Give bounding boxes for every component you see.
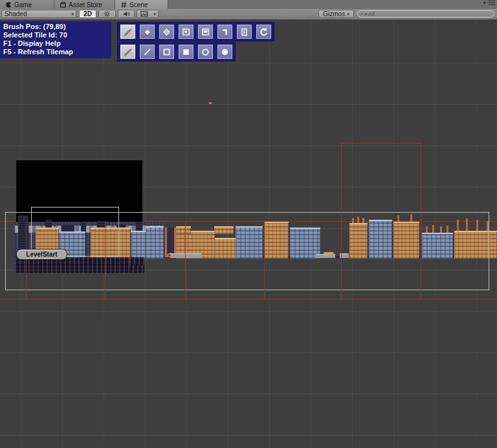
scene-effects-button[interactable] [137, 10, 152, 18]
red-guide-line [185, 221, 186, 299]
tool-stamp-button[interactable] [198, 25, 213, 39]
red-guide-line [264, 221, 265, 299]
freehand-icon [123, 47, 133, 57]
tab-asset-store-label: Asset Store [69, 1, 102, 8]
gizmos-label: Gizmos [323, 10, 345, 17]
shading-mode-label: Shaded [5, 10, 27, 17]
scene-toolbar: Shaded ▾ 2D ▾ Gizmos ▾ ⌕ ▾ All [0, 9, 497, 20]
search-filter-arrow-icon[interactable]: ▾ [365, 12, 367, 16]
refresh-hint-text: F5 - Refresh Tilemap [3, 48, 111, 56]
tool-rotate-button[interactable] [256, 25, 271, 39]
tool-copy-button[interactable] [237, 25, 252, 39]
levelstart-object-label[interactable]: LevelStart [16, 249, 67, 260]
tool-move-button[interactable] [217, 25, 232, 39]
tab-game[interactable]: Game [0, 0, 54, 9]
toggle-2d-label: 2D [83, 10, 92, 17]
scene-tab-icon [120, 1, 127, 8]
tool-eraser-button[interactable] [140, 25, 155, 39]
tab-scene-label: Scene [129, 1, 148, 8]
dock-dropdown-icon[interactable]: ▼ [482, 1, 487, 5]
red-guide-line [341, 143, 342, 299]
tool-line-button[interactable] [140, 45, 155, 59]
red-guide-line [421, 143, 421, 299]
help-hint-text: F1 - Display Help [3, 39, 111, 48]
grid-line-horizontal [0, 145, 497, 146]
grid-line-horizontal [0, 104, 497, 105]
scene-search-input[interactable]: ⌕ ▾ All [357, 10, 494, 17]
grid-line-horizontal [0, 311, 497, 312]
effects-dropdown-arrow[interactable]: ▾ [151, 10, 159, 18]
speaker-icon [123, 10, 130, 17]
eraser-icon [142, 27, 152, 37]
move-icon [220, 27, 230, 37]
search-icon: ⌕ [360, 11, 364, 17]
tool-flood-fill-button[interactable] [159, 25, 174, 39]
tool-ellipse-outline-button[interactable] [198, 45, 213, 59]
tab-corner-controls: ▼ [482, 1, 495, 5]
tool-tile-picker-button[interactable] [179, 25, 193, 39]
sun-icon [104, 10, 111, 17]
grid-line-horizontal [0, 352, 497, 353]
ellipse-outline-icon [201, 47, 210, 57]
scene-lighting-button[interactable] [98, 10, 116, 18]
game-tab-icon [5, 1, 12, 8]
ellipse-filled-icon [220, 47, 230, 57]
chevron-down-icon: ▾ [347, 12, 349, 17]
tool-rect-filled-button[interactable] [179, 45, 193, 59]
red-guide-line [105, 221, 105, 299]
unity-editor-window: Game Asset Store Scene ▼ Shaded ▾ 2D [0, 0, 497, 448]
brush-pos-text: Brush Pos: (79,89) [3, 23, 111, 31]
flood-fill-icon [162, 27, 171, 37]
stray-tile-dot [209, 102, 212, 104]
rect-outline-icon [162, 47, 171, 57]
gizmos-dropdown[interactable]: Gizmos ▾ [318, 10, 354, 18]
tab-game-label: Game [14, 1, 32, 8]
tab-asset-store[interactable]: Asset Store [54, 0, 115, 9]
red-guide-line [26, 221, 27, 299]
tool-paintbrush-button[interactable] [120, 25, 135, 39]
grid-line-horizontal [0, 63, 497, 63]
grid-line-horizontal [0, 394, 497, 394]
copy-icon [239, 27, 249, 37]
tab-scene[interactable]: Scene [115, 0, 168, 9]
scene-viewport[interactable]: LevelStart Brush Pos: (79,89) Selected T… [0, 19, 497, 448]
rect-filled-icon [181, 47, 191, 57]
scene-audio-button[interactable] [118, 10, 135, 18]
chevron-down-icon: ▾ [71, 12, 74, 17]
grid-line-horizontal [0, 435, 497, 436]
brush-info-overlay: Brush Pos: (79,89) Selected Tile Id: 70 … [0, 21, 111, 58]
line-icon [142, 47, 152, 57]
view-tab-bar: Game Asset Store Scene ▼ [0, 0, 497, 10]
tile-picker-icon [181, 27, 191, 37]
tilemap-toolbar-row2 [117, 42, 236, 61]
tool-rect-outline-button[interactable] [159, 45, 174, 59]
tilemap-toolbar-row1 [117, 22, 274, 41]
red-guide-line [341, 143, 421, 144]
tab-menu-icon[interactable] [489, 1, 495, 5]
stamp-icon [201, 27, 210, 37]
tool-freehand-button[interactable] [120, 45, 135, 59]
asset-store-tab-icon [60, 1, 67, 8]
toggle-2d-button[interactable]: 2D [79, 10, 96, 18]
image-icon [140, 10, 148, 17]
red-guide-line [0, 299, 497, 299]
rotate-icon [259, 27, 269, 37]
selected-tile-text: Selected Tile Id: 70 [3, 31, 111, 39]
paintbrush-icon [123, 27, 133, 37]
search-value: All [368, 11, 375, 17]
levelstart-text: LevelStart [26, 251, 57, 258]
tool-ellipse-filled-button[interactable] [217, 45, 232, 59]
shading-mode-dropdown[interactable]: Shaded ▾ [1, 10, 76, 18]
